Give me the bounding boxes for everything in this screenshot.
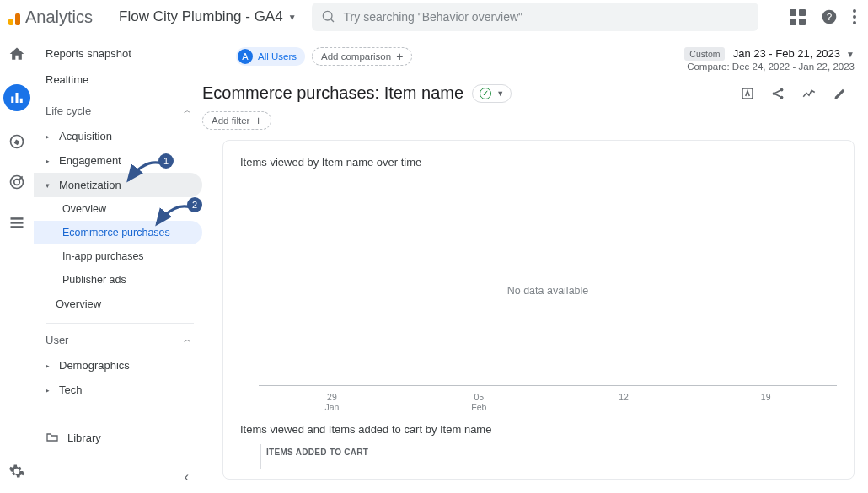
svg-rect-10: [11, 226, 24, 228]
chevron-up-icon: ︿: [184, 105, 190, 116]
nav-publisher-ads[interactable]: Publisher ads: [34, 268, 202, 292]
plus-icon: +: [396, 51, 403, 62]
property-name: Flow City Plumbing - GA4: [119, 8, 283, 25]
divider: [110, 6, 110, 28]
svg-rect-3: [16, 93, 19, 103]
search-input[interactable]: Try searching "Behavior overview": [312, 3, 758, 31]
report-status-pill[interactable]: ✓ ▼: [472, 84, 512, 103]
admin-gear-icon[interactable]: [7, 461, 27, 481]
collapse-nav-icon[interactable]: ‹: [185, 469, 189, 485]
check-circle-icon: ✓: [480, 88, 491, 99]
property-picker[interactable]: Flow City Plumbing - GA4 ▼: [119, 8, 297, 25]
nav-realtime[interactable]: Realtime: [34, 67, 202, 93]
nav-engagement[interactable]: ▸Engagement: [34, 148, 202, 173]
svg-text:?: ?: [827, 11, 833, 22]
configure-icon[interactable]: [7, 212, 27, 233]
apps-icon[interactable]: [790, 9, 806, 25]
caret-down-icon: ▾: [46, 181, 52, 190]
nav-monetization[interactable]: ▾Monetization: [34, 173, 202, 197]
svg-rect-2: [11, 97, 13, 104]
home-icon[interactable]: [7, 44, 27, 64]
plus-icon: +: [255, 115, 261, 126]
compare-range: Compare: Dec 24, 2022 - Jan 22, 2023: [684, 62, 855, 72]
caret-right-icon: ▸: [46, 386, 52, 394]
chart-title: Items viewed by Item name over time: [240, 156, 837, 169]
add-filter-button[interactable]: Add filter +: [202, 111, 271, 130]
annotation-badge-2: 2: [187, 197, 202, 212]
help-icon[interactable]: ?: [821, 8, 838, 25]
nav-in-app-purchases[interactable]: In-app purchases: [34, 244, 202, 268]
reports-icon[interactable]: [3, 84, 30, 111]
caret-right-icon: ▸: [46, 132, 52, 141]
top-bar: Analytics Flow City Plumbing - GA4 ▼ Try…: [0, 0, 868, 34]
column-header-items-added: ITEMS ADDED TO CART: [260, 444, 837, 469]
chart-baseline: [259, 385, 837, 386]
page-title: Ecommerce purchases: Item name: [202, 83, 463, 103]
advertising-icon[interactable]: [7, 172, 27, 192]
nav-demographics[interactable]: ▸Demographics: [34, 353, 202, 378]
share-icon[interactable]: [770, 86, 785, 101]
nav-acquisition[interactable]: ▸Acquisition: [34, 124, 202, 148]
nav-library[interactable]: Library: [34, 424, 113, 451]
brand-label: Analytics: [25, 8, 93, 27]
annotation-badge-1: 1: [158, 153, 174, 169]
add-comparison-button[interactable]: Add comparison +: [312, 47, 412, 66]
nav-section-user[interactable]: User ︿: [34, 327, 202, 353]
custom-badge: Custom: [684, 47, 725, 61]
nav-overview[interactable]: Overview: [34, 292, 202, 316]
caret-right-icon: ▸: [46, 157, 52, 165]
date-range-picker[interactable]: Custom Jan 23 - Feb 21, 2023 ▼ Compare: …: [684, 47, 855, 72]
segment-all-users[interactable]: A All Users: [236, 47, 305, 66]
svg-rect-9: [11, 222, 24, 224]
left-rail: [0, 34, 34, 493]
more-menu-icon[interactable]: [853, 9, 856, 24]
segment-label: All Users: [258, 51, 297, 62]
nav-tech[interactable]: ▸Tech: [34, 378, 202, 402]
edit-pencil-icon[interactable]: [833, 86, 848, 101]
svg-rect-4: [20, 99, 23, 103]
caret-down-icon: ▼: [288, 13, 297, 22]
chevron-up-icon: ︿: [184, 335, 190, 346]
insights-icon[interactable]: [801, 86, 817, 101]
segment-letter: A: [238, 49, 253, 64]
search-placeholder: Try searching "Behavior overview": [344, 10, 523, 24]
caret-right-icon: ▸: [46, 362, 52, 370]
no-data-label: No data available: [259, 285, 837, 297]
annotation-arrow-2: [153, 202, 192, 231]
annotation-arrow-1: [125, 158, 163, 187]
nav-section-life-cycle[interactable]: Life cycle ︿: [34, 98, 202, 124]
analytics-logo-icon: [8, 8, 20, 25]
customize-report-icon[interactable]: [740, 86, 755, 101]
report-card: Items viewed by Item name over time No d…: [222, 140, 855, 480]
folder-icon: [46, 431, 59, 444]
caret-down-icon: ▼: [496, 89, 504, 98]
x-axis-ticks: 29Jan05Feb1219: [259, 392, 837, 413]
nav-reports-snapshot[interactable]: Reports snapshot: [34, 40, 202, 67]
second-chart-title: Items viewed and Items added to cart by …: [240, 423, 837, 436]
date-range: Jan 23 - Feb 21, 2023: [733, 47, 840, 60]
search-icon: [322, 10, 335, 24]
main-content: A All Users Add comparison + Custom Jan …: [202, 34, 868, 493]
svg-rect-8: [11, 217, 24, 220]
caret-down-icon: ▼: [846, 50, 855, 59]
line-chart: No data available 29Jan05Feb1219: [259, 175, 837, 403]
explore-icon[interactable]: [7, 131, 27, 152]
report-nav: Reports snapshot Realtime Life cycle ︿ ▸…: [34, 34, 202, 493]
